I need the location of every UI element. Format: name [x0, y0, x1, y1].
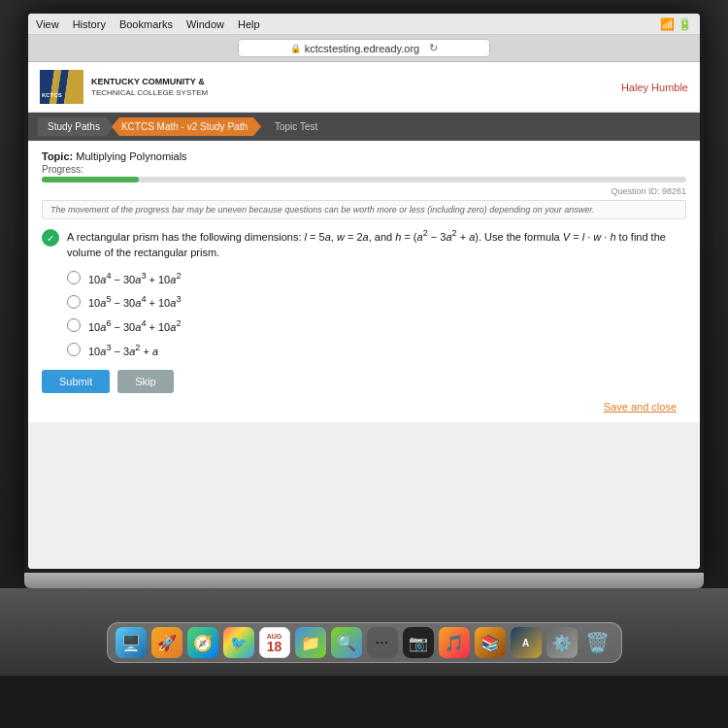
dock-item-more[interactable]: ··· — [367, 627, 398, 658]
choice-c[interactable]: 10a6 − 30a4 + 10a2 — [67, 318, 686, 333]
screen: View History Bookmarks Window Help 📶 🔋 🔒… — [28, 14, 700, 569]
submit-button[interactable]: Submit — [42, 370, 110, 393]
progress-label: Progress: — [42, 164, 686, 175]
menu-window[interactable]: Window — [186, 18, 224, 30]
choice-a[interactable]: 10a4 − 30a3 + 10a2 — [67, 271, 686, 285]
quiz-area: Topic: Multiplying Polynomials Progress:… — [28, 141, 700, 422]
wifi-icon: 📶 🔋 — [660, 17, 692, 31]
menu-view[interactable]: View — [36, 18, 59, 30]
screen-bezel: View History Bookmarks Window Help 📶 🔋 🔒… — [24, 10, 704, 573]
kctcs-logo-area: KCTCS KENTUCKY COMMUNITY & TECHNICAL COL… — [40, 70, 208, 104]
topic-label: Topic: — [42, 150, 73, 162]
topic-line: Topic: Multiplying Polynomials — [42, 150, 686, 162]
dock-item-launchpad[interactable]: 🚀 — [151, 627, 182, 658]
menu-history[interactable]: History — [73, 18, 106, 30]
dock-item-safari[interactable]: 🧭 — [187, 627, 218, 658]
url-text: kctcstesting.edready.org — [305, 43, 419, 54]
check-icon: ✓ — [42, 229, 59, 247]
action-buttons: Submit Skip — [42, 370, 686, 393]
dock-item-apps[interactable]: A — [511, 627, 542, 658]
content-area: KCTCS KENTUCKY COMMUNITY & TECHNICAL COL… — [28, 62, 700, 569]
choice-b-text: 10a5 − 30a4 + 10a3 — [88, 294, 181, 309]
svg-text:KCTCS: KCTCS — [42, 92, 62, 98]
url-field[interactable]: 🔒 kctcstesting.edready.org ↻ — [238, 39, 490, 57]
laptop-base — [24, 573, 704, 588]
radio-d[interactable] — [67, 343, 81, 356]
menu-bar-items: View History Bookmarks Window Help — [36, 18, 260, 30]
topic-name: Multiplying Polynomials — [76, 150, 186, 162]
refresh-icon[interactable]: ↻ — [429, 42, 438, 54]
dock-item-trash[interactable]: 🗑️ — [582, 627, 613, 658]
kctcs-header: KCTCS KENTUCKY COMMUNITY & TECHNICAL COL… — [28, 62, 700, 113]
dock-item-finder[interactable]: 🖥️ — [116, 627, 147, 658]
progress-note: The movement of the progress bar may be … — [42, 200, 686, 219]
lock-icon: 🔒 — [290, 44, 301, 53]
menu-bookmarks[interactable]: Bookmarks — [119, 18, 173, 30]
question-block: ✓ A rectangular prism has the following … — [42, 227, 686, 261]
nav-breadcrumb: Study Paths KCTCS Math - v2 Study Path T… — [28, 113, 700, 141]
dock-item-photos[interactable]: 🐦 — [223, 627, 254, 658]
progress-bar-container — [42, 177, 686, 182]
kctcs-title-line1: KENTUCKY COMMUNITY & — [91, 77, 208, 88]
nav-topic-test[interactable]: Topic Test — [265, 117, 331, 136]
choice-a-text: 10a4 − 30a3 + 10a2 — [88, 271, 181, 285]
nav-math-path[interactable]: KCTCS Math - v2 Study Path — [112, 117, 261, 136]
question-id: Question ID: 98261 — [42, 186, 686, 196]
radio-b[interactable] — [67, 295, 81, 309]
save-close-link[interactable]: Save and close — [42, 401, 686, 413]
kctcs-title-block: KENTUCKY COMMUNITY & TECHNICAL COLLEGE S… — [91, 77, 208, 97]
choice-b[interactable]: 10a5 − 30a4 + 10a3 — [67, 294, 686, 309]
dock-item-screen-rec[interactable]: 📷 — [403, 627, 434, 658]
dock: 🖥️ 🚀 🧭 🐦 AUG 18 📁 🔍 ··· 📷 🎵 📚 A ⚙️ 🗑️ — [107, 622, 622, 663]
nav-study-paths[interactable]: Study Paths — [38, 117, 114, 136]
dock-item-calendar[interactable]: AUG 18 — [259, 627, 290, 658]
address-bar: 🔒 kctcstesting.edready.org ↻ — [28, 35, 700, 62]
skip-button[interactable]: Skip — [117, 370, 173, 393]
choice-d[interactable]: 10a3 − 3a2 + a — [67, 343, 686, 357]
laptop-bottom: 🖥️ 🚀 🧭 🐦 AUG 18 📁 🔍 ··· 📷 🎵 📚 A ⚙️ 🗑️ — [0, 588, 728, 676]
question-text: A rectangular prism has the following di… — [67, 227, 686, 261]
menu-help[interactable]: Help — [238, 18, 260, 30]
dock-item-books[interactable]: 📚 — [475, 627, 506, 658]
choice-c-text: 10a6 − 30a4 + 10a2 — [88, 318, 181, 333]
dock-item-finder2[interactable]: 🔍 — [331, 627, 362, 658]
user-name[interactable]: Haley Humble — [621, 82, 688, 93]
kctcs-title-line2: TECHNICAL COLLEGE SYSTEM — [91, 88, 208, 97]
dock-item-files[interactable]: 📁 — [295, 627, 326, 658]
radio-a[interactable] — [67, 271, 81, 284]
choice-d-text: 10a3 − 3a2 + a — [88, 343, 158, 357]
kctcs-logo: KCTCS — [40, 70, 83, 104]
calendar-date: 18 — [267, 640, 282, 653]
dock-item-settings[interactable]: ⚙️ — [546, 627, 578, 658]
laptop-frame: View History Bookmarks Window Help 📶 🔋 🔒… — [0, 0, 728, 728]
menu-bar: View History Bookmarks Window Help 📶 🔋 — [28, 14, 700, 35]
answer-choices: 10a4 − 30a3 + 10a2 10a5 − 30a4 + 10a3 10… — [67, 271, 686, 357]
progress-bar-fill — [42, 177, 139, 182]
dock-item-music[interactable]: 🎵 — [439, 627, 470, 658]
radio-c[interactable] — [67, 318, 81, 332]
